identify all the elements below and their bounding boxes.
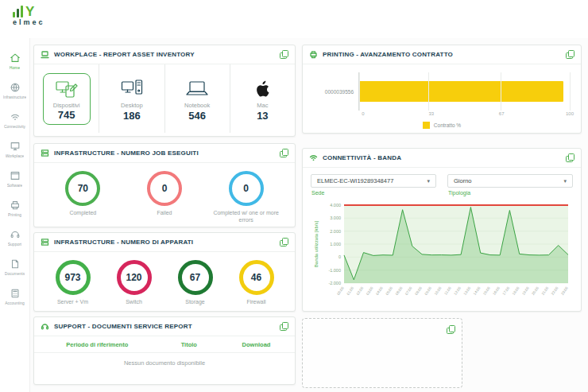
- expand-icon[interactable]: [280, 238, 288, 246]
- svg-text:04:00: 04:00: [375, 285, 384, 296]
- sede-select-value: ELMEC-EC-WI19289348477: [317, 177, 393, 184]
- asset-label: Desktop: [121, 102, 143, 109]
- printer-icon: [309, 50, 318, 59]
- sidebar-item-label: Documents: [5, 271, 25, 276]
- devices-icon: [55, 76, 79, 100]
- ring-completed: 70: [65, 171, 100, 206]
- column-download: Download: [226, 341, 287, 348]
- sidebar-item-documents[interactable]: Documents: [0, 252, 29, 281]
- expand-icon[interactable]: [566, 50, 574, 59]
- sidebar-item-label: Printing: [8, 212, 21, 217]
- card-connettivita-banda: CONNETTIVITÀ - BANDA ELMEC-EC-WI19289348…: [302, 148, 582, 312]
- svg-text:2.000: 2.000: [330, 229, 341, 234]
- x-tick-label: 33: [428, 111, 434, 116]
- bar-category-label: 0000039556: [314, 89, 358, 95]
- asset-label: Notebook: [184, 102, 210, 109]
- svg-text:1.000: 1.000: [330, 242, 341, 246]
- ring-switch: 120: [117, 260, 152, 295]
- svg-text:3.000: 3.000: [330, 215, 341, 220]
- sidebar-item-software[interactable]: Software: [0, 164, 29, 193]
- wifi-icon: [309, 153, 318, 162]
- svg-text:03:00: 03:00: [366, 285, 374, 296]
- job-stat-completed-errors: 0 Completed w/ one or more errors: [213, 171, 280, 223]
- card-header: INFRASTRUCTURE - NUMERO DI APPARATI: [34, 233, 295, 252]
- card-infrastructure-jobs: INFRASTRUCTURE - NUMERO JOB ESEGUITI 70 …: [33, 143, 296, 227]
- desktop-icon: [121, 76, 143, 99]
- column-titolo: Titolo: [153, 341, 226, 348]
- sidebar-item-printing[interactable]: Printing: [0, 193, 29, 223]
- sidebar-item-workplace[interactable]: Workplace: [0, 134, 29, 164]
- sidebar-item-label: Connectivity: [4, 124, 25, 129]
- card-title: SUPPORT - DOCUMENTI SERVICE REPORT: [54, 323, 275, 330]
- expand-icon[interactable]: [447, 325, 455, 334]
- card-title: INFRASTRUCTURE - NUMERO DI APPARATI: [54, 239, 275, 246]
- filter-tipologia: Giorno ▾ Tipologia: [447, 174, 573, 196]
- card-header: WORKPLACE - REPORT ASSET INVENTORY: [34, 45, 295, 64]
- svg-text:12:00: 12:00: [453, 285, 462, 296]
- top-bar: Y elmec: [0, 0, 588, 38]
- bar-plot-area: [358, 72, 570, 111]
- sidebar-item-label: Workplace: [6, 153, 25, 158]
- gridline: [359, 72, 360, 111]
- card-header: CONNETTIVITÀ - BANDA: [303, 149, 581, 168]
- globe-icon: [10, 82, 21, 93]
- asset-item-notebook: Notebook 546: [164, 64, 230, 133]
- asset-value: 546: [188, 110, 206, 122]
- chevron-down-icon: ▾: [427, 178, 430, 184]
- svg-text:0: 0: [338, 254, 341, 259]
- expand-icon[interactable]: [280, 322, 288, 331]
- banda-filters: ELMEC-EC-WI19289348477 ▾ Sede Giorno ▾ T…: [311, 174, 573, 196]
- sidebar-item-support[interactable]: Support: [0, 223, 29, 252]
- svg-text:16:00: 16:00: [492, 285, 501, 296]
- sede-select[interactable]: ELMEC-EC-WI19289348477 ▾: [311, 174, 436, 188]
- bar-row: 0000039556: [314, 72, 570, 111]
- card-printing-contratto: PRINTING - AVANZAMENTO CONTRATTO 0000039…: [302, 45, 582, 134]
- logo-bars-icon: Y: [13, 6, 34, 17]
- gridline: [428, 72, 429, 111]
- expand-icon[interactable]: [566, 153, 574, 162]
- apple-icon: [253, 76, 271, 99]
- svg-text:21:00: 21:00: [541, 285, 550, 296]
- svg-text:06:00: 06:00: [395, 285, 404, 296]
- apparati-ring-row: 973 Server + Vm 120 Switch 67 Storage 46…: [34, 252, 295, 309]
- server-icon: [41, 149, 49, 157]
- card-header: PRINTING - AVANZAMENTO CONTRATTO: [303, 45, 581, 64]
- x-tick-label: 100: [566, 111, 574, 116]
- expand-icon[interactable]: [280, 149, 288, 157]
- svg-text:08:00: 08:00: [414, 285, 423, 296]
- x-tick-label: 0: [362, 111, 364, 116]
- sidebar-item-accounting[interactable]: Accounting: [0, 281, 29, 311]
- headset-icon: [41, 322, 49, 331]
- apparati-stat-switch: 120 Switch: [103, 260, 164, 305]
- calculator-icon: [10, 288, 21, 299]
- card-title: INFRASTRUCTURE - NUMERO JOB ESEGUITI: [54, 149, 275, 157]
- printer-icon: [10, 200, 21, 211]
- svg-text:15:00: 15:00: [482, 285, 491, 296]
- tipologia-label: Tipologia: [447, 190, 573, 196]
- svg-text:20:00: 20:00: [531, 285, 540, 296]
- monitor-icon: [10, 141, 21, 152]
- tipologia-select-value: Giorno: [454, 177, 472, 184]
- sidebar-item-home[interactable]: Home: [0, 46, 29, 76]
- job-stat-completed: 70 Completed: [49, 171, 116, 216]
- expand-icon[interactable]: [280, 50, 288, 59]
- empty-widget-placeholder[interactable]: [302, 318, 462, 388]
- dispositivi-highlight-box: Dispositivi 745: [43, 73, 91, 125]
- ring-completed-errors: 0: [229, 171, 264, 206]
- wifi-icon: [10, 111, 21, 122]
- column-periodo: Periodo di riferimento: [42, 341, 153, 348]
- tipologia-select[interactable]: Giorno ▾: [447, 174, 573, 188]
- x-axis-ticks: 03367100: [363, 111, 570, 118]
- svg-text:05:00: 05:00: [385, 285, 393, 296]
- ring-label: Completed w/ one or more errors: [213, 209, 280, 223]
- myelmec-logo[interactable]: Y elmec: [13, 6, 45, 26]
- apparati-stat-storage: 67 Storage: [164, 260, 226, 305]
- asset-item-mac: Mac 13: [230, 64, 295, 133]
- home-icon: [10, 52, 21, 64]
- sidebar-item-connectivity[interactable]: Connectivity: [0, 105, 29, 134]
- x-tick-label: 67: [499, 111, 505, 116]
- svg-text:22:00: 22:00: [551, 285, 559, 296]
- sidebar-item-label: Home: [10, 65, 20, 70]
- sidebar-item-infrastructure[interactable]: Infrastructure: [0, 76, 29, 105]
- card-support-documents: SUPPORT - DOCUMENTI SERVICE REPORT Perio…: [33, 316, 296, 385]
